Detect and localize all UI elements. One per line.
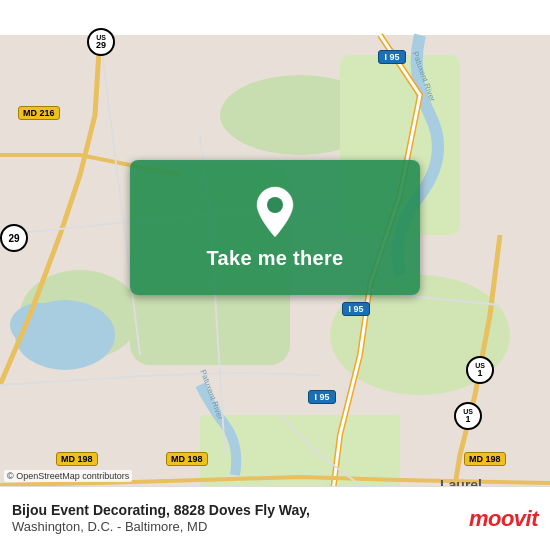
- highway-badge-md198-1: MD 198: [56, 452, 98, 466]
- location-pin-icon: [253, 185, 297, 239]
- highway-badge-us29-top: US 29: [87, 28, 115, 56]
- highway-badge-i95-mid: I 95: [342, 302, 370, 316]
- moovit-logo-text: moovit: [469, 506, 538, 532]
- location-info: Bijou Event Decorating, 8828 Doves Fly W…: [12, 501, 459, 536]
- svg-point-12: [267, 197, 283, 213]
- highway-badge-md198-2: MD 198: [166, 452, 208, 466]
- highway-badge-md198-3: MD 198: [464, 452, 506, 466]
- highway-badge-i95-top: I 95: [378, 50, 406, 64]
- info-bar: Bijou Event Decorating, 8828 Doves Fly W…: [0, 486, 550, 550]
- location-address: Washington, D.C. - Baltimore, MD: [12, 519, 459, 536]
- highway-badge-us1-right: US 1: [466, 356, 494, 384]
- map-container: Laurel Patuxent River Patuxent River I 9…: [0, 0, 550, 550]
- highway-badge-us1-btm: US 1: [454, 402, 482, 430]
- take-me-there-button[interactable]: Take me there: [130, 160, 420, 295]
- highway-badge-md216: MD 216: [18, 106, 60, 120]
- location-name: Bijou Event Decorating, 8828 Doves Fly W…: [12, 501, 459, 519]
- highway-badge-29-left: 29: [0, 224, 28, 252]
- highway-badge-i95-btm: I 95: [308, 390, 336, 404]
- moovit-logo: moovit: [469, 506, 538, 532]
- osm-attribution: © OpenStreetMap contributors: [4, 470, 132, 482]
- take-me-there-label: Take me there: [207, 247, 344, 270]
